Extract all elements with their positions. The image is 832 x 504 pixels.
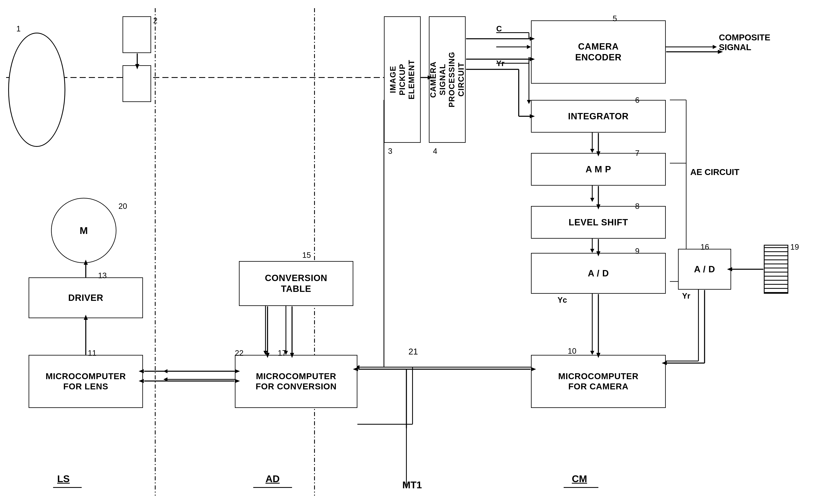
ae-circuit-label: AE CIRCUIT xyxy=(690,167,739,177)
number-3: 3 xyxy=(388,147,392,156)
ls-label: LS xyxy=(57,473,70,484)
number-13: 13 xyxy=(98,271,107,280)
number-17: 17 xyxy=(278,349,286,358)
number-5: 5 xyxy=(613,14,617,23)
number-22: 22 xyxy=(235,349,243,358)
number-21: 21 xyxy=(409,347,418,357)
svg-marker-19 xyxy=(590,198,594,202)
micro-camera-block: MICROCOMPUTERFOR CAMERA xyxy=(531,355,666,408)
ad-label: AD xyxy=(265,473,280,484)
number-4: 4 xyxy=(433,147,437,156)
svg-marker-43 xyxy=(263,351,267,355)
number-1: 1 xyxy=(16,25,21,33)
number-20: 20 xyxy=(119,202,127,211)
number-19: 19 xyxy=(790,243,799,251)
camera-signal-block: CAMERASIGNALPROCESSINGCIRCUIT xyxy=(429,16,466,143)
number-2: 2 xyxy=(153,16,157,25)
number-9: 9 xyxy=(635,247,640,256)
amp-block: A M P xyxy=(531,153,666,186)
mt1-label: MT1 xyxy=(402,479,422,491)
motor-circle: M xyxy=(51,198,116,263)
yc-label: Yc xyxy=(557,296,567,305)
cm-label: CM xyxy=(572,473,587,484)
driver-block: DRIVER xyxy=(29,277,143,318)
integrator-block: INTEGRATOR xyxy=(531,100,666,133)
ad-side-block: A / D xyxy=(678,249,731,290)
composite-signal-label: COMPOSITESIGNAL xyxy=(719,33,770,52)
svg-marker-9 xyxy=(713,45,717,49)
shutter-bottom xyxy=(123,65,151,102)
svg-marker-7 xyxy=(527,45,531,49)
svg-marker-23 xyxy=(590,351,594,355)
micro-lens-block: MICROCOMPUTERFOR LENS xyxy=(29,355,143,408)
number-11: 11 xyxy=(88,349,96,358)
resistor-component xyxy=(764,245,788,294)
micro-conversion-block: MICROCOMPUTERFOR CONVERSION xyxy=(235,355,357,408)
number-6: 6 xyxy=(635,96,640,105)
lens-oval xyxy=(8,33,66,147)
yr-top-label: Yr xyxy=(496,59,504,68)
svg-marker-34 xyxy=(163,369,167,373)
number-7: 7 xyxy=(635,149,640,158)
image-pickup-block: IMAGEPICKUPELEMENT xyxy=(384,16,421,143)
conversion-table-block: CONVERSIONTABLE xyxy=(239,261,353,306)
level-shift-block: LEVEL SHIFT xyxy=(531,206,666,239)
ad-main-block: A / D xyxy=(531,253,666,294)
yr-bottom-label: Yr xyxy=(682,292,690,301)
svg-marker-37 xyxy=(163,377,167,382)
svg-marker-15 xyxy=(527,100,531,104)
svg-marker-17 xyxy=(590,149,594,153)
number-8: 8 xyxy=(635,202,640,211)
number-16: 16 xyxy=(701,243,709,251)
diagram-container: 1 2 IMAGEPICKUPELEMENT 3 CAMERASIGNALPRO… xyxy=(0,0,832,504)
camera-encoder-block: CAMERAENCODER xyxy=(531,20,666,84)
number-15: 15 xyxy=(302,251,311,260)
shutter-top xyxy=(123,16,151,53)
number-10: 10 xyxy=(568,347,576,356)
c-label: C xyxy=(496,25,502,33)
svg-marker-21 xyxy=(590,249,594,253)
